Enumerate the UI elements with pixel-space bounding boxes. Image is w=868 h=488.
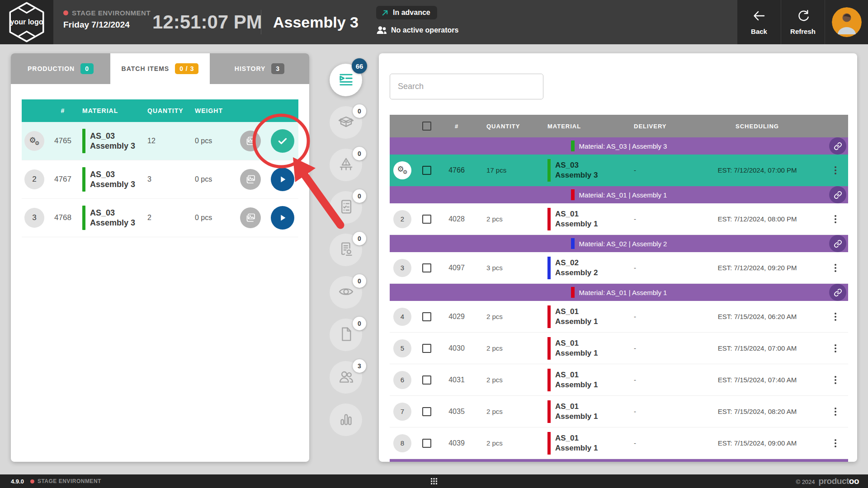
quantity: 17 pcs bbox=[475, 166, 540, 174]
order-row[interactable]: 3 4097 3 pcs AS_02 Assembly 2 - EST: 7/1… bbox=[390, 252, 848, 284]
complete-button[interactable] bbox=[271, 129, 294, 153]
material-name: Assembly 1 bbox=[555, 443, 598, 453]
queue-table-body: Material: AS_03 | Assembly 3 ⚙⚙ 4766 17 … bbox=[390, 137, 848, 462]
order-row[interactable]: 5 4030 2 pcs AS_01 Assembly 1 - EST: 7/1… bbox=[390, 333, 848, 364]
start-button[interactable] bbox=[271, 206, 294, 230]
row-checkbox[interactable] bbox=[422, 375, 431, 385]
sidebar-checklist-icon-button[interactable]: 0 bbox=[330, 191, 362, 224]
row-checkbox[interactable] bbox=[422, 263, 431, 272]
batch-row[interactable]: ⚙⚙ 4765 AS_03 Assembly 3 12 0 pcs bbox=[22, 122, 298, 160]
order-row[interactable]: ⚙⚙ 4766 17 pcs AS_03 Assembly 3 - EST: 7… bbox=[390, 155, 848, 186]
quantity: 2 pcs bbox=[475, 439, 540, 447]
photos-button[interactable] bbox=[240, 169, 261, 190]
brand-logo: productoo bbox=[819, 476, 859, 486]
tab-production[interactable]: PRODUCTION 0 bbox=[11, 53, 110, 84]
photos-button[interactable] bbox=[240, 207, 261, 228]
link-button[interactable] bbox=[829, 235, 846, 252]
material-group-row: Material: AS_01 | Assembly 1 bbox=[390, 284, 848, 301]
row-checkbox[interactable] bbox=[422, 344, 431, 353]
sidebar-eye-icon-button[interactable]: 0 bbox=[330, 276, 362, 309]
logo-box[interactable]: your logo bbox=[0, 0, 53, 44]
link-button[interactable] bbox=[829, 284, 846, 301]
material-code: AS_03 bbox=[90, 208, 135, 218]
order-number: 4035 bbox=[448, 408, 465, 416]
sidebar-pallet-warning-icon-button[interactable]: 0 bbox=[330, 149, 362, 181]
quantity: 3 bbox=[142, 175, 189, 183]
quantity: 3 pcs bbox=[475, 264, 540, 272]
select-all-checkbox[interactable] bbox=[422, 122, 431, 131]
environment-dot bbox=[63, 10, 68, 15]
refresh-button[interactable]: Refresh bbox=[781, 0, 825, 44]
column-header: # bbox=[61, 107, 65, 114]
row-menu-button[interactable] bbox=[832, 405, 839, 418]
sidebar-bar-chart-icon-button[interactable] bbox=[330, 404, 362, 436]
batch-table-header: #MATERIALQUANTITYWEIGHT bbox=[22, 99, 298, 122]
refresh-icon bbox=[796, 9, 810, 23]
row-checkbox[interactable] bbox=[422, 407, 431, 416]
back-button[interactable]: Back bbox=[737, 0, 781, 44]
scheduling: EST: 7/15/2024, 07:40 AM bbox=[692, 376, 823, 384]
material-color-bar bbox=[571, 238, 575, 249]
column-header: SCHEDULING bbox=[692, 123, 823, 130]
row-menu-button[interactable] bbox=[832, 373, 839, 387]
delivery: - bbox=[624, 344, 692, 352]
sidebar-queue-icon-button[interactable]: 66 bbox=[330, 64, 362, 96]
pallet-warning-icon bbox=[338, 156, 354, 174]
row-menu-button[interactable] bbox=[832, 261, 839, 275]
material-name: Assembly 3 bbox=[90, 179, 135, 190]
order-row[interactable]: 8 4039 2 pcs AS_01 Assembly 1 - EST: 7/1… bbox=[390, 427, 848, 459]
workplace-title: Assembly 3 bbox=[273, 14, 359, 31]
material-color-bar bbox=[571, 287, 575, 298]
apps-grid-button[interactable] bbox=[430, 478, 438, 485]
link-button[interactable] bbox=[829, 186, 846, 203]
order-number: 4030 bbox=[448, 344, 465, 352]
order-row[interactable]: 2 4028 2 pcs AS_01 Assembly 1 - EST: 7/1… bbox=[390, 203, 848, 235]
column-header: WEIGHT bbox=[189, 107, 235, 114]
row-menu-button[interactable] bbox=[832, 436, 839, 450]
sidebar-people-icon-button[interactable]: 3 bbox=[330, 361, 362, 394]
material-color-bar bbox=[82, 129, 85, 153]
scheduling: EST: 7/12/2024, 07:00 PM bbox=[692, 166, 823, 174]
sidebar-file-icon-button[interactable]: 0 bbox=[330, 319, 362, 351]
apps-grid-icon bbox=[430, 478, 438, 485]
sidebar-document-approval-icon-button[interactable]: 0 bbox=[330, 234, 362, 266]
order-number: 4766 bbox=[448, 166, 465, 174]
column-header: MATERIAL bbox=[79, 107, 142, 114]
row-menu-button[interactable] bbox=[832, 164, 839, 177]
material-code: AS_01 bbox=[555, 338, 598, 348]
tab-batch-items[interactable]: BATCH ITEMS 0 / 3 bbox=[110, 53, 210, 84]
material-color-bar bbox=[547, 432, 551, 455]
delivery: - bbox=[624, 264, 692, 272]
scheduling: EST: 7/15/2024, 06:20 AM bbox=[692, 313, 823, 320]
avatar-box[interactable] bbox=[825, 0, 868, 44]
material-group-label: Material: AS_03 | Assembly 3 bbox=[579, 142, 667, 150]
tab-label: HISTORY bbox=[235, 65, 265, 72]
header-bar: your logo STAGE ENVIRONMENT Friday 7/12/… bbox=[0, 0, 868, 44]
row-menu-button[interactable] bbox=[832, 310, 839, 324]
row-menu-button[interactable] bbox=[832, 342, 839, 355]
row-number-badge: 7 bbox=[393, 403, 411, 421]
batch-row[interactable]: 2 4767 AS_03 Assembly 3 3 0 pcs bbox=[22, 160, 298, 199]
search-input[interactable] bbox=[390, 74, 543, 99]
tab-history[interactable]: HISTORY 3 bbox=[210, 53, 309, 84]
row-checkbox[interactable] bbox=[422, 166, 431, 175]
delivery: - bbox=[624, 376, 692, 384]
photos-button[interactable] bbox=[240, 131, 261, 151]
order-row[interactable]: 4 4029 2 pcs AS_01 Assembly 1 - EST: 7/1… bbox=[390, 301, 848, 333]
batch-row[interactable]: 3 4768 AS_03 Assembly 3 2 0 pcs bbox=[22, 199, 298, 237]
queue-icon bbox=[338, 71, 354, 89]
row-checkbox[interactable] bbox=[422, 215, 431, 224]
start-button[interactable] bbox=[271, 168, 294, 191]
order-number: 4767 bbox=[54, 175, 71, 184]
row-checkbox[interactable] bbox=[422, 439, 431, 448]
material-code: AS_01 bbox=[555, 209, 598, 219]
row-menu-button[interactable] bbox=[832, 212, 839, 226]
order-row[interactable]: 6 4031 2 pcs AS_01 Assembly 1 - EST: 7/1… bbox=[390, 364, 848, 396]
link-button[interactable] bbox=[829, 137, 846, 155]
sidebar-open-box-icon-button[interactable]: 0 bbox=[330, 106, 362, 139]
row-checkbox[interactable] bbox=[422, 312, 431, 321]
material-color-bar bbox=[547, 257, 551, 279]
order-number: 4039 bbox=[448, 439, 465, 447]
order-row[interactable]: 7 4035 2 pcs AS_01 Assembly 1 - EST: 7/1… bbox=[390, 396, 848, 427]
column-header: QUANTITY bbox=[475, 123, 540, 130]
